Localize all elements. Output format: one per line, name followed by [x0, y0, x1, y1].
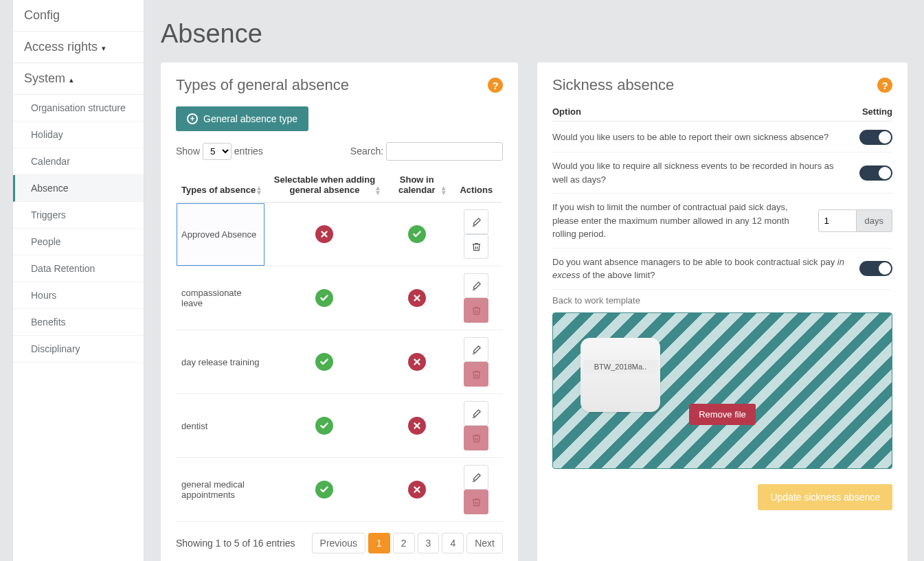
absence-type-name[interactable]: Approved Absence [176, 203, 265, 266]
uploaded-file-name: BTW_2018Ma.. [583, 360, 657, 374]
sidebar-item-holiday[interactable]: Holiday [13, 122, 144, 148]
sidebar-item-data-retention[interactable]: Data Retention [13, 255, 144, 282]
sidebar-item-triggers[interactable]: Triggers [13, 202, 144, 229]
sidebar-item-people[interactable]: People [13, 229, 144, 255]
cross-icon [408, 353, 426, 371]
col-show-calendar[interactable]: Show in calendar▲▼ [384, 168, 450, 203]
table-row: dentist [176, 394, 503, 458]
sidebar-item-hours[interactable]: Hours [13, 282, 144, 309]
option-self-report-label: Would you like users to be able to repor… [552, 130, 848, 144]
sickness-panel-title: Sickness absence [552, 76, 674, 94]
search-control: Search: [350, 142, 503, 161]
sidebar-item-calendar[interactable]: Calendar [13, 148, 144, 175]
max-sick-days-input-group: days [818, 209, 892, 232]
sickness-absence-panel: Sickness absence ? Option Setting Would … [537, 62, 908, 561]
sidebar-item-benefits[interactable]: Benefits [13, 309, 144, 336]
file-dropzone[interactable]: BTW_2018Ma.. Remove file [552, 312, 892, 469]
cross-icon [408, 417, 426, 435]
edit-button[interactable] [464, 465, 488, 490]
cross-icon [315, 225, 333, 243]
uploaded-file-card[interactable]: BTW_2018Ma.. [581, 338, 660, 412]
absence-types-table: Types of absence▲▼ Selectable when addin… [176, 168, 503, 522]
table-row: general medical appointments [176, 458, 503, 522]
add-button-label: General absence type [203, 113, 297, 124]
days-unit-label: days [857, 209, 892, 232]
pager-page-3[interactable]: 3 [418, 533, 440, 553]
check-icon [315, 417, 333, 435]
back-to-work-template-label: Back to work template [552, 295, 892, 306]
absence-type-name[interactable]: compassionate leave [176, 266, 265, 330]
sidebar-section-config[interactable]: Config [13, 0, 144, 32]
sidebar-item-organisation-structure[interactable]: Organisation structure [13, 95, 144, 122]
check-icon [315, 481, 333, 499]
check-icon [315, 353, 333, 371]
page-length-select[interactable]: 5 [203, 143, 232, 160]
update-sickness-absence-button[interactable]: Update sickness absence [758, 484, 892, 510]
pagination: Previous1234Next [312, 533, 503, 553]
delete-button [464, 298, 488, 323]
delete-button [464, 490, 488, 514]
edit-button[interactable] [464, 273, 488, 298]
toggle-record-hours[interactable] [859, 165, 892, 181]
absence-type-name[interactable]: general medical appointments [176, 458, 265, 522]
max-sick-days-input[interactable] [818, 209, 857, 232]
sidebar-item-absence[interactable]: Absence [13, 175, 144, 202]
delete-button [464, 362, 488, 387]
pager-page-4[interactable]: 4 [442, 533, 464, 553]
pager-next[interactable]: Next [466, 533, 503, 553]
pager-page-2[interactable]: 2 [393, 533, 415, 553]
table-info: Showing 1 to 5 of 16 entries [176, 538, 295, 549]
help-icon[interactable]: ? [488, 78, 503, 93]
show-entries-control: Show 5 entries [176, 143, 263, 160]
absence-type-name[interactable]: day release training [176, 330, 265, 394]
option-record-hours-label: Would you like to require all sickness e… [552, 159, 848, 186]
plus-circle-icon: + [187, 113, 198, 124]
cross-icon [408, 289, 426, 307]
sidebar-system-list: Organisation structureHolidayCalendarAbs… [13, 95, 144, 363]
edit-button[interactable] [464, 401, 488, 426]
option-column-header: Option [552, 106, 581, 117]
sidebar-item-disciplinary[interactable]: Disciplinary [13, 336, 144, 363]
option-excess-booking-label: Do you want absence managers to be able … [552, 255, 848, 282]
edit-button[interactable] [464, 337, 488, 362]
sidebar-section-access-rights[interactable]: Access rights [13, 32, 144, 63]
table-row: day release training [176, 330, 503, 394]
toggle-excess-booking[interactable] [859, 261, 892, 276]
delete-button [464, 426, 488, 450]
cross-icon [408, 481, 426, 499]
show-label: Show [176, 146, 200, 157]
col-actions: Actions [450, 168, 503, 203]
table-row: Approved Absence [176, 203, 503, 266]
help-icon[interactable]: ? [877, 78, 892, 93]
entries-label: entries [234, 146, 263, 157]
setting-column-header: Setting [862, 106, 892, 117]
sidebar: Config Access rights System Organisation… [12, 0, 144, 561]
pager-previous[interactable]: Previous [312, 533, 365, 553]
types-panel-title: Types of general absence [176, 76, 349, 94]
types-of-absence-panel: Types of general absence ? + General abs… [161, 62, 518, 561]
edit-button[interactable] [464, 209, 488, 234]
pager-page-1[interactable]: 1 [368, 533, 390, 553]
search-input[interactable] [386, 142, 503, 161]
absence-type-name[interactable]: dentist [176, 394, 265, 458]
table-row: compassionate leave [176, 266, 503, 330]
page-title: Absence [161, 19, 908, 49]
delete-button[interactable] [464, 234, 488, 259]
check-icon [408, 225, 426, 243]
check-icon [315, 289, 333, 307]
option-max-sick-days-label: If you wish to limit the number of contr… [552, 201, 807, 241]
search-label: Search: [350, 146, 383, 157]
col-selectable[interactable]: Selectable when adding general absence▲▼ [265, 168, 384, 203]
remove-file-button[interactable]: Remove file [689, 404, 756, 425]
toggle-self-report[interactable] [859, 130, 892, 145]
add-general-absence-type-button[interactable]: + General absence type [176, 106, 308, 131]
col-types[interactable]: Types of absence▲▼ [176, 168, 265, 203]
sidebar-section-system[interactable]: System [13, 63, 144, 95]
main-content: Absence Types of general absence ? + Gen… [161, 0, 924, 561]
